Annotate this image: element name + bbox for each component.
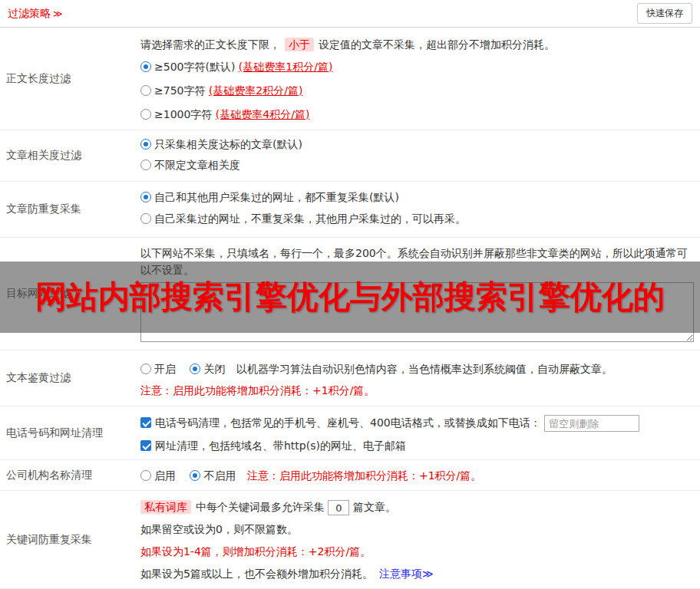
keyword-dedup-line2: 如果留空或设为0，则不限篇数。 — [140, 518, 694, 541]
row-relevance-filter: 文章相关度过滤 只采集相关度达标的文章(默认) 不限定文章相关度 — [0, 130, 700, 182]
radio-option-1000-chars[interactable]: ≥1000字符 (基础费率4积分/篇) — [140, 103, 694, 127]
row-label-company-clean: 公司机构名称清理 — [0, 460, 134, 490]
row-site-filter: 目标网站过滤 以下网站不采集，只填域名，每行一个，最多200个。系统会自动识别并… — [0, 238, 700, 350]
company-clean-options: 启用 不启用 注意：启用此功能将增加积分消耗：+1积分/篇。 — [140, 465, 694, 486]
keyword-max-count-input[interactable] — [328, 500, 349, 515]
row-keyword-dedup: 关键词防重复采集 私有词库中每个关键词最多允许采集 篇文章。 如果留空或设为0，… — [0, 491, 700, 589]
quick-save-button[interactable]: 快速保存 — [637, 3, 692, 24]
option-text: 电话号码清理，包括常见的手机号、座机号、400电话格式，或替换成如下电话： — [155, 416, 541, 429]
company-clean-note: 注意：启用此功能将增加积分消耗：+1积分/篇。 — [247, 469, 481, 482]
page-header: 过滤策略≫ 快速保存 — [0, 0, 700, 28]
option-text: 启用 — [154, 469, 176, 482]
radio-option-porn-on[interactable]: 开启 — [140, 363, 179, 375]
option-text: ≥500字符(默认) — [154, 61, 239, 73]
fee-note-2: (基础费率2积分/篇) — [209, 84, 303, 97]
intro-prefix: 请选择需求的正文长度下限， — [140, 38, 280, 51]
row-label-keyword-dedup: 关键词防重复采集 — [0, 491, 134, 588]
porn-filter-options: 开启 关闭 以机器学习算法自动识别色情内容，当色情概率达到系统阈值，自动屏蔽文章… — [140, 358, 694, 380]
radio-option-porn-off[interactable]: 关闭 — [190, 363, 228, 375]
radio-dedup-all-users[interactable] — [140, 192, 151, 202]
fee-note-3: (基础费率4积分/篇) — [216, 108, 310, 120]
url-clean-line: 网址清理，包括纯域名、带http(s)的网址、电子邮箱 — [140, 434, 694, 457]
intro-suffix: 设定值的文章不采集，超出部分不增加积分消耗。 — [319, 38, 555, 51]
option-text: ≥1000字符 — [154, 108, 216, 120]
radio-option-500-chars[interactable]: ≥500字符(默认) (基础费率1积分/篇) — [140, 55, 694, 79]
radio-company-disable[interactable] — [190, 470, 200, 481]
body-length-intro: 请选择需求的正文长度下限，小于设定值的文章不采集，超出部分不增加积分消耗。 — [140, 34, 694, 55]
line1-text: 中每个关键词最多允许采集 — [196, 501, 325, 513]
row-label-dedup: 文章防重复采集 — [0, 182, 134, 237]
blocked-sites-textarea[interactable] — [140, 282, 694, 342]
radio-option-company-enable[interactable]: 启用 — [140, 469, 179, 482]
row-dedup-filter: 文章防重复采集 自己和其他用户采集过的网址，都不重复采集(默认) 自己采集过的网… — [0, 182, 700, 238]
radio-option-750-chars[interactable]: ≥750字符 (基础费率2积分/篇) — [140, 79, 694, 103]
site-filter-description: 以下网站不采集，只填域名，每行一个，最多200个。系统会自动识别并屏蔽那些非文章… — [140, 245, 694, 278]
highlight-private-lexicon: 私有词库 — [140, 500, 191, 514]
keyword-dedup-line1: 私有词库中每个关键词最多允许采集 篇文章。 — [140, 496, 694, 518]
checkbox-phone-clean[interactable] — [140, 417, 151, 428]
row-phone-url-clean: 电话号码和网址清理 电话号码清理，包括常见的手机号、座机号、400电话格式，或替… — [0, 406, 700, 460]
option-text: 自己采集过的网址，不重复采集，其他用户采集过的，可以再采。 — [154, 212, 466, 225]
radio-relevance-only[interactable] — [140, 139, 151, 150]
checkbox-url-clean[interactable] — [140, 440, 151, 451]
row-company-clean: 公司机构名称清理 启用 不启用 注意：启用此功能将增加积分消耗：+1积分/篇。 — [0, 460, 700, 491]
row-label-phone-url: 电话号码和网址清理 — [0, 406, 134, 459]
row-label-relevance: 文章相关度过滤 — [0, 130, 134, 181]
row-label-porn-filter: 文本鉴黄过滤 — [0, 350, 134, 406]
row-body-length-filter: 正文长度过滤 请选择需求的正文长度下限，小于设定值的文章不采集，超出部分不增加积… — [0, 28, 700, 130]
radio-porn-on[interactable] — [140, 364, 151, 374]
radio-500-chars[interactable] — [140, 61, 151, 72]
porn-filter-note: 注意：启用此功能将增加积分消耗：+1积分/篇。 — [140, 380, 694, 401]
radio-dedup-self-only[interactable] — [140, 213, 151, 224]
radio-option-relevance-any[interactable]: 不限定文章相关度 — [140, 155, 694, 176]
radio-750-chars[interactable] — [140, 85, 151, 96]
page-title: 过滤策略 — [8, 7, 51, 19]
fee-note-1: (基础费率1积分/篇) — [239, 61, 333, 73]
porn-filter-description: 以机器学习算法自动识别色情内容，当色情概率达到系统阈值，自动屏蔽文章。 — [236, 363, 612, 375]
row-label-body-length: 正文长度过滤 — [0, 28, 134, 130]
keyword-dedup-line4: 如果设为5篇或以上，也不会额外增加积分消耗。注意事项≫ — [140, 563, 694, 585]
option-text: 网址清理，包括纯域名、带http(s)的网址、电子邮箱 — [155, 439, 406, 452]
radio-option-dedup-self-only[interactable]: 自己采集过的网址，不重复采集，其他用户采集过的，可以再采。 — [140, 208, 694, 229]
option-text: 开启 — [154, 363, 176, 375]
radio-porn-off[interactable] — [190, 364, 200, 374]
radio-1000-chars[interactable] — [140, 109, 151, 120]
keyword-dedup-line3: 如果设为1-4篇，则增加积分消耗：+2积分/篇。 — [140, 541, 694, 563]
checkbox-option-url-clean[interactable]: 网址清理，包括纯域名、带http(s)的网址、电子邮箱 — [140, 439, 406, 452]
phone-clean-line: 电话号码清理，包括常见的手机号、座机号、400电话格式，或替换成如下电话： — [140, 411, 694, 434]
highlight-less-than: 小于 — [285, 38, 314, 51]
radio-option-relevance-only[interactable]: 只采集相关度达标的文章(默认) — [140, 134, 694, 155]
checkbox-option-phone-clean[interactable]: 电话号码清理，包括常见的手机号、座机号、400电话格式，或替换成如下电话： — [140, 416, 544, 429]
radio-option-dedup-all-users[interactable]: 自己和其他用户采集过的网址，都不重复采集(默认) — [140, 186, 694, 208]
option-text: ≥750字符 — [154, 84, 209, 97]
chevron-double-icon: ≫ — [53, 8, 63, 19]
row-porn-filter: 文本鉴黄过滤 开启 关闭 以机器学习算法自动识别色情内容，当色情概率达到系统阈值… — [0, 350, 700, 406]
row-label-site-filter: 目标网站过滤 — [0, 238, 134, 350]
option-text: 不限定文章相关度 — [154, 159, 240, 171]
option-text: 只采集相关度达标的文章(默认) — [154, 138, 302, 150]
option-text: 自己和其他用户采集过的网址，都不重复采集(默认) — [154, 191, 399, 203]
option-text: 不启用 — [203, 469, 236, 482]
notes-link[interactable]: 注意事项≫ — [379, 568, 434, 580]
radio-option-company-disable[interactable]: 不启用 — [190, 469, 239, 482]
line1-suffix: 篇文章。 — [353, 501, 396, 513]
option-text: 关闭 — [203, 363, 225, 375]
phone-replace-input[interactable] — [544, 415, 639, 432]
section-title-filter-strategy[interactable]: 过滤策略≫ — [8, 7, 63, 21]
radio-relevance-any[interactable] — [140, 160, 151, 170]
line4-text: 如果设为5篇或以上，也不会额外增加积分消耗。 — [140, 568, 373, 580]
radio-company-enable[interactable] — [140, 470, 151, 481]
